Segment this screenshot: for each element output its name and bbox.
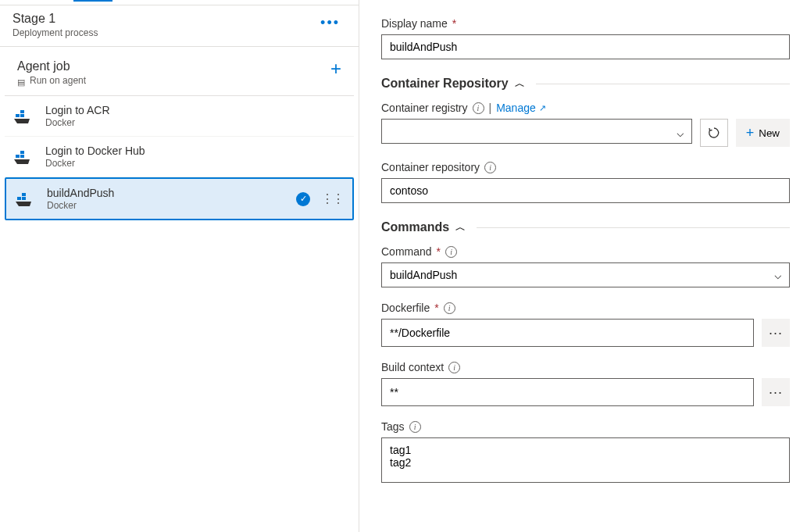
task-subtype: Docker	[45, 117, 345, 128]
new-registry-button[interactable]: + New	[736, 119, 790, 147]
build-context-label: Build context i	[381, 361, 790, 373]
browse-build-context-button[interactable]: ···	[762, 378, 790, 406]
docker-icon	[14, 148, 34, 166]
svg-rect-0	[16, 114, 20, 117]
build-context-input[interactable]	[381, 378, 754, 406]
section-container-repository[interactable]: Container Repository ︿	[381, 77, 790, 91]
task-list: Login to ACR Docker Login to Docker Hub …	[5, 96, 354, 220]
section-commands[interactable]: Commands ︿	[381, 220, 790, 234]
docker-icon	[16, 191, 36, 208]
external-link-icon: ↗	[539, 103, 546, 113]
svg-rect-6	[17, 197, 21, 200]
manage-link[interactable]: Manage ↗	[496, 102, 546, 114]
container-registry-select[interactable]	[381, 119, 692, 144]
svg-rect-4	[20, 155, 24, 158]
tasks-panel: Stage 1 Deployment process ••• Agent job…	[0, 0, 359, 532]
display-name-input[interactable]	[381, 34, 790, 59]
more-icon[interactable]: •••	[314, 12, 346, 34]
refresh-icon	[708, 127, 720, 139]
svg-rect-5	[20, 151, 24, 154]
stage-subtitle: Deployment process	[12, 27, 98, 38]
svg-rect-3	[16, 155, 20, 158]
task-subtype: Docker	[47, 200, 285, 211]
info-icon[interactable]: i	[473, 102, 484, 114]
chevron-up-icon: ︿	[455, 220, 466, 234]
agent-job-header[interactable]: Agent job Run on agent +	[5, 52, 354, 96]
tags-textarea[interactable]	[381, 437, 790, 483]
svg-rect-8	[22, 193, 26, 196]
plus-icon: +	[746, 125, 755, 141]
task-row[interactable]: Login to Docker Hub Docker	[5, 137, 354, 177]
container-repository-input[interactable]	[381, 178, 790, 203]
tags-label: Tags i	[381, 420, 790, 433]
refresh-button[interactable]	[700, 119, 728, 147]
info-icon[interactable]: i	[445, 246, 457, 258]
task-title: Login to Docker Hub	[45, 145, 345, 157]
info-icon[interactable]: i	[409, 421, 421, 433]
active-tab-indicator	[73, 0, 112, 2]
docker-icon	[14, 108, 34, 125]
drag-handle-icon[interactable]: ⋮⋮	[321, 191, 343, 206]
svg-rect-7	[22, 197, 26, 200]
command-select[interactable]: buildAndPush	[381, 262, 790, 287]
task-subtype: Docker	[45, 158, 345, 169]
display-name-label: Display name*	[381, 17, 790, 30]
info-icon[interactable]: i	[444, 302, 455, 314]
command-label: Command* i	[381, 245, 790, 258]
info-icon[interactable]: i	[448, 362, 460, 373]
task-row[interactable]: Login to ACR Docker	[5, 96, 354, 137]
chevron-up-icon: ︿	[515, 77, 525, 91]
agent-job-title: Agent job	[17, 59, 86, 73]
container-registry-label: Container registry i | Manage ↗	[381, 102, 790, 114]
svg-rect-1	[20, 114, 24, 117]
info-icon[interactable]: i	[484, 162, 496, 173]
container-repository-label: Container repository i	[381, 161, 790, 173]
dockerfile-label: Dockerfile* i	[381, 302, 790, 314]
add-task-button[interactable]: +	[330, 59, 341, 78]
task-details-panel: Display name* Container Repository ︿ Con…	[359, 0, 807, 532]
server-icon	[17, 77, 27, 84]
browse-dockerfile-button[interactable]: ···	[762, 319, 790, 347]
task-row-selected[interactable]: buildAndPush Docker ✓ ⋮⋮	[5, 177, 354, 220]
svg-rect-2	[20, 110, 24, 113]
task-title: buildAndPush	[47, 187, 285, 199]
agent-job-subtitle: Run on agent	[17, 75, 86, 86]
check-badge-icon: ✓	[296, 192, 310, 206]
dockerfile-input[interactable]	[381, 319, 754, 347]
stage-header: Stage 1 Deployment process •••	[0, 5, 359, 47]
task-title: Login to ACR	[45, 104, 345, 116]
stage-title: Stage 1	[12, 12, 98, 26]
